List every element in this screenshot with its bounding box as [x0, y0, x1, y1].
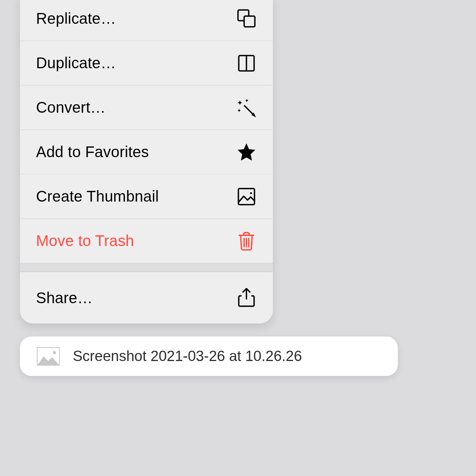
menu-item-label: Replicate…: [36, 10, 116, 27]
menu-item-label: Add to Favorites: [36, 143, 149, 161]
file-name: Screenshot 2021-03-26 at 10.26.26: [73, 348, 302, 364]
svg-marker-11: [38, 356, 59, 365]
share-icon: [236, 287, 257, 308]
duplicate-icon: [236, 53, 257, 74]
svg-rect-6: [238, 189, 254, 205]
trash-icon: [236, 231, 257, 251]
menu-item-duplicate[interactable]: Duplicate…: [20, 41, 273, 85]
menu-item-label: Convert…: [36, 99, 106, 116]
context-menu: Replicate… Duplicate… Convert…: [20, 0, 273, 323]
menu-item-add-favorites[interactable]: Add to Favorites: [20, 130, 273, 174]
menu-item-label: Create Thumbnail: [36, 188, 159, 205]
menu-separator: [20, 263, 273, 272]
menu-item-label: Move to Trash: [36, 232, 134, 249]
svg-rect-1: [244, 16, 255, 27]
create-thumbnail-icon: [236, 186, 257, 207]
file-preview-pill[interactable]: Screenshot 2021-03-26 at 10.26.26: [20, 336, 398, 376]
svg-point-7: [250, 192, 252, 194]
menu-item-share[interactable]: Share…: [20, 272, 273, 323]
menu-item-convert[interactable]: Convert…: [20, 85, 273, 130]
menu-item-label: Share…: [36, 289, 93, 307]
image-thumb-icon: [37, 347, 60, 366]
star-icon: [236, 142, 257, 162]
replicate-icon: [236, 8, 257, 29]
menu-item-move-to-trash[interactable]: Move to Trash: [20, 218, 273, 263]
menu-item-label: Duplicate…: [36, 54, 116, 72]
menu-item-replicate[interactable]: Replicate…: [20, 0, 273, 41]
menu-item-create-thumbnail[interactable]: Create Thumbnail: [20, 174, 273, 218]
svg-point-12: [53, 351, 56, 354]
convert-icon: [236, 97, 257, 118]
